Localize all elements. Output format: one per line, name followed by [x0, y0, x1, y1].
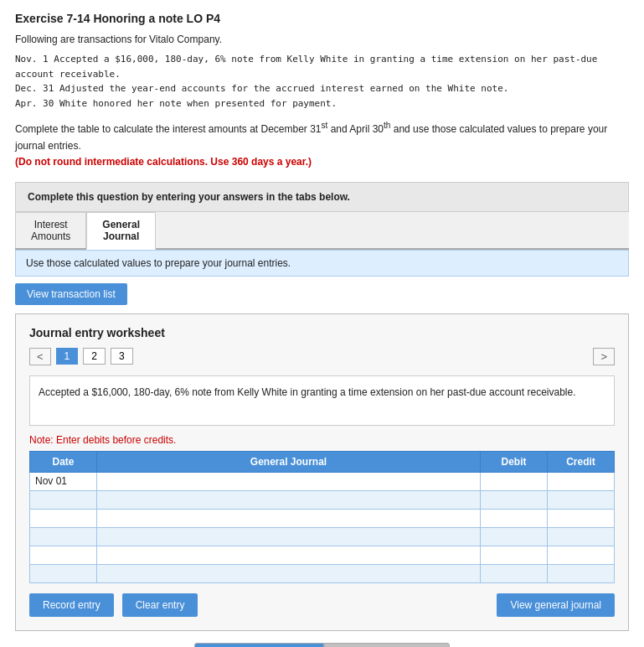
credit-cell-2[interactable]	[548, 490, 615, 509]
date-cell-1: Nov 01	[30, 472, 97, 490]
debit-header: Debit	[481, 451, 548, 472]
pagination-row: < 1 2 3 >	[29, 348, 615, 365]
transaction-2: Dec. 31 Adjusted the year-end accounts f…	[15, 81, 629, 96]
credit-input-1[interactable]	[548, 473, 614, 490]
table-row	[30, 527, 615, 546]
table-row	[30, 546, 615, 564]
page-title: Exercise 7-14 Honoring a note LO P4	[15, 12, 629, 25]
record-entry-button[interactable]: Record entry	[29, 593, 114, 617]
tab-general-journal[interactable]: GeneralJournal	[86, 212, 156, 250]
journal-cell-3[interactable]	[97, 509, 481, 527]
note-text: Note: Enter debits before credits.	[29, 434, 615, 446]
next-nav-button[interactable]: General Journal >	[324, 643, 450, 647]
credit-cell-5[interactable]	[548, 546, 615, 564]
credit-cell-3[interactable]	[548, 509, 615, 527]
debit-cell-5[interactable]	[481, 546, 548, 564]
prev-nav-button[interactable]: < Interest Amounts	[194, 643, 324, 647]
date-cell-2	[30, 490, 97, 509]
tab-interest-amounts[interactable]: InterestAmounts	[15, 212, 86, 248]
credit-input-3[interactable]	[548, 510, 614, 527]
credit-cell-1[interactable]	[548, 472, 615, 490]
debit-cell-3[interactable]	[481, 509, 548, 527]
question-box: Complete this question by entering your …	[15, 182, 629, 212]
credit-header: Credit	[548, 451, 615, 472]
debit-cell-1[interactable]	[481, 472, 548, 490]
debit-cell-2[interactable]	[481, 490, 548, 509]
transactions-list: Nov. 1 Accepted a $16,000, 180-day, 6% n…	[15, 52, 629, 111]
journal-input-1[interactable]	[97, 473, 480, 490]
view-general-journal-button[interactable]: View general journal	[497, 593, 615, 617]
transaction-3: Apr. 30 White honored her note when pres…	[15, 96, 629, 111]
page-1-button[interactable]: 1	[56, 348, 79, 365]
action-row: Record entry Clear entry View general jo…	[29, 593, 615, 617]
credit-input-5[interactable]	[548, 546, 614, 564]
credit-cell-4[interactable]	[548, 527, 615, 546]
debit-input-6[interactable]	[481, 565, 547, 582]
table-row	[30, 490, 615, 509]
journal-input-4[interactable]	[97, 528, 480, 546]
debit-cell-4[interactable]	[481, 527, 548, 546]
table-row	[30, 564, 615, 582]
page-2-button[interactable]: 2	[83, 348, 106, 365]
debit-input-1[interactable]	[481, 473, 547, 490]
journal-cell-2[interactable]	[97, 490, 481, 509]
entry-description: Accepted a $16,000, 180-day, 6% note fro…	[29, 375, 615, 426]
journal-cell-1[interactable]	[97, 472, 481, 490]
journal-input-3[interactable]	[97, 510, 480, 527]
date-header: Date	[30, 451, 97, 472]
debit-input-3[interactable]	[481, 510, 547, 527]
credit-input-2[interactable]	[548, 491, 614, 509]
debit-cell-6[interactable]	[481, 564, 548, 582]
table-row	[30, 509, 615, 527]
journal-table: Date General Journal Debit Credit Nov 01	[29, 451, 615, 583]
date-cell-3	[30, 509, 97, 527]
journal-cell-4[interactable]	[97, 527, 481, 546]
red-instructions: (Do not round intermediate calculations.…	[15, 156, 312, 168]
debit-input-2[interactable]	[481, 491, 547, 509]
tab-hint: Use those calculated values to prepare y…	[15, 250, 629, 277]
credit-input-6[interactable]	[548, 565, 614, 582]
credit-cell-6[interactable]	[548, 564, 615, 582]
journal-input-6[interactable]	[97, 565, 480, 582]
general-journal-header: General Journal	[97, 451, 481, 472]
view-transaction-list-button[interactable]: View transaction list	[15, 283, 127, 305]
journal-entry-worksheet: Journal entry worksheet < 1 2 3 > Accept…	[15, 313, 629, 631]
date-cell-5	[30, 546, 97, 564]
debit-input-4[interactable]	[481, 528, 547, 546]
page-3-button[interactable]: 3	[111, 348, 133, 365]
worksheet-title: Journal entry worksheet	[29, 326, 615, 339]
journal-input-5[interactable]	[97, 546, 480, 564]
bottom-nav: < Interest Amounts General Journal >	[15, 643, 629, 647]
next-page-button[interactable]: >	[593, 348, 615, 365]
transaction-1: Nov. 1 Accepted a $16,000, 180-day, 6% n…	[15, 52, 629, 81]
intro-text: Following are transactions for Vitalo Co…	[15, 34, 629, 45]
clear-entry-button[interactable]: Clear entry	[122, 593, 198, 617]
date-cell-6	[30, 564, 97, 582]
credit-input-4[interactable]	[548, 528, 614, 546]
tabs-row: InterestAmounts GeneralJournal	[15, 212, 629, 250]
instructions: Complete the table to calculate the inte…	[15, 119, 629, 170]
journal-input-2[interactable]	[97, 491, 480, 509]
journal-cell-6[interactable]	[97, 564, 481, 582]
journal-cell-5[interactable]	[97, 546, 481, 564]
prev-page-button[interactable]: <	[29, 348, 51, 365]
date-cell-4	[30, 527, 97, 546]
table-row: Nov 01	[30, 472, 615, 490]
debit-input-5[interactable]	[481, 546, 547, 564]
